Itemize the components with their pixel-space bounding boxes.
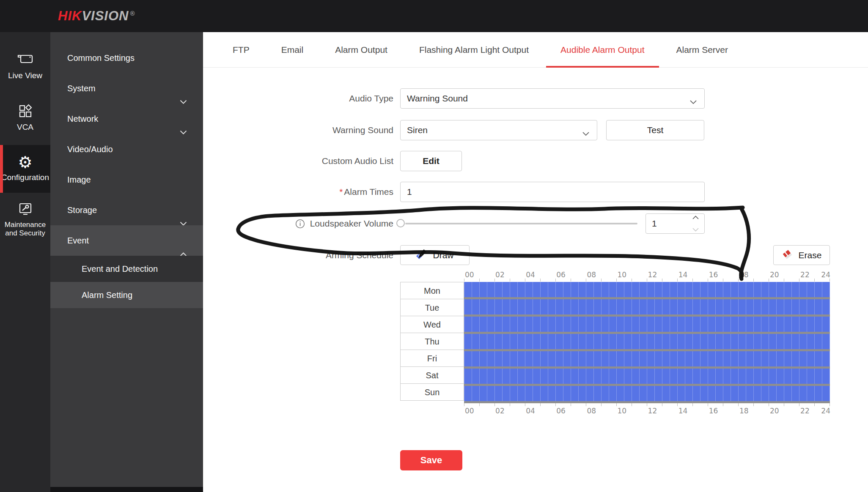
camera-icon bbox=[0, 52, 50, 68]
pen-icon bbox=[416, 248, 428, 262]
menu-item-storage[interactable]: Storage bbox=[50, 195, 203, 225]
arming-schedule-label: Arming Schedule bbox=[203, 245, 393, 265]
menu-item-video-audio[interactable]: Video/Audio bbox=[50, 134, 203, 164]
sidebar-label-vca: VCA bbox=[17, 123, 33, 131]
time-label: 22 bbox=[800, 407, 810, 415]
tab-bar: FTP Email Alarm Output Flashing Alarm Li… bbox=[203, 32, 868, 68]
day-label-wed[interactable]: Wed bbox=[400, 316, 464, 333]
primary-sidebar: Live View VCA ⚙ Configuration Maintenanc… bbox=[0, 32, 50, 492]
schedule-row-mon[interactable] bbox=[464, 282, 830, 299]
tab-audible-alarm-output[interactable]: Audible Alarm Output bbox=[560, 32, 644, 68]
armed-period-bar[interactable] bbox=[464, 369, 830, 384]
alarm-times-label-text: Alarm Times bbox=[344, 187, 393, 197]
volume-spinner-input[interactable] bbox=[646, 214, 686, 233]
tab-alarm-output[interactable]: Alarm Output bbox=[335, 32, 387, 68]
menu-item-network[interactable]: Network bbox=[50, 104, 203, 134]
time-label: 20 bbox=[770, 271, 779, 279]
armed-period-bar[interactable] bbox=[464, 386, 830, 401]
tab-email[interactable]: Email bbox=[281, 32, 304, 68]
draw-button-label: Draw bbox=[433, 250, 453, 260]
time-label: 12 bbox=[648, 407, 657, 415]
armed-period-bar[interactable] bbox=[464, 317, 830, 332]
chevron-down-icon bbox=[582, 128, 589, 138]
menu-label: Alarm Setting bbox=[82, 290, 132, 300]
volume-slider-handle[interactable] bbox=[396, 219, 405, 227]
warning-sound-label: Warning Sound bbox=[203, 120, 393, 140]
menu-item-common-settings[interactable]: Common Settings bbox=[50, 43, 203, 73]
alarm-times-input[interactable] bbox=[400, 182, 705, 202]
time-label: 00 bbox=[465, 407, 474, 415]
axis-ticks bbox=[464, 403, 830, 406]
alarm-times-label: *Alarm Times bbox=[203, 182, 393, 202]
sidebar-item-maintenance-security[interactable]: Maintenance and Security bbox=[0, 202, 50, 243]
config-menu: Common Settings System Network Video/Aud… bbox=[50, 32, 203, 492]
menu-item-event[interactable]: Event bbox=[50, 225, 203, 256]
spinner-up-icon[interactable] bbox=[692, 216, 699, 219]
edit-button[interactable]: Edit bbox=[400, 151, 462, 171]
schedule-row-sun[interactable] bbox=[464, 386, 830, 403]
schedule-grid[interactable] bbox=[464, 282, 830, 403]
time-label: 04 bbox=[526, 407, 535, 415]
time-label: 18 bbox=[739, 407, 749, 415]
day-label-mon[interactable]: Mon bbox=[400, 282, 464, 299]
sidebar-label-live-view: Live View bbox=[8, 71, 42, 80]
spinner-down-icon[interactable] bbox=[692, 228, 699, 232]
menu-item-alarm-setting[interactable]: Alarm Setting bbox=[50, 282, 203, 308]
erase-button-label: Erase bbox=[799, 250, 822, 260]
time-label: 14 bbox=[678, 271, 688, 279]
menu-label: Image bbox=[67, 175, 91, 184]
tab-alarm-server[interactable]: Alarm Server bbox=[676, 32, 728, 68]
schedule-row-wed[interactable] bbox=[464, 317, 830, 334]
page: HIKVISION® Live View VCA ⚙ Configuration… bbox=[0, 0, 868, 492]
armed-period-bar[interactable] bbox=[464, 334, 830, 349]
menu-label: Storage bbox=[67, 205, 97, 215]
required-asterisk: * bbox=[339, 187, 343, 197]
day-label-sat[interactable]: Sat bbox=[400, 366, 464, 384]
armed-period-bar[interactable] bbox=[464, 351, 830, 366]
logo-hik: HIK bbox=[58, 8, 82, 23]
armed-period-bar[interactable] bbox=[464, 299, 830, 314]
tab-ftp[interactable]: FTP bbox=[233, 32, 250, 68]
warning-sound-select[interactable]: Siren bbox=[400, 120, 597, 140]
audio-type-value: Warning Sound bbox=[407, 93, 468, 104]
sidebar-item-configuration[interactable]: ⚙ Configuration bbox=[0, 145, 50, 193]
time-label: 12 bbox=[648, 271, 657, 279]
day-label-tue[interactable]: Tue bbox=[400, 299, 464, 316]
tab-flashing-alarm-light-output[interactable]: Flashing Alarm Light Output bbox=[419, 32, 529, 68]
menu-item-system[interactable]: System bbox=[50, 73, 203, 104]
logo-vision: VISION bbox=[82, 8, 129, 23]
time-label: 08 bbox=[587, 407, 596, 415]
sidebar-item-live-view[interactable]: Live View bbox=[0, 52, 50, 84]
edit-button-label: Edit bbox=[423, 156, 439, 166]
audio-type-select[interactable]: Warning Sound bbox=[400, 88, 705, 109]
volume-slider-track[interactable] bbox=[405, 223, 637, 224]
erase-button[interactable]: Erase bbox=[773, 245, 830, 265]
menu-label: Network bbox=[67, 114, 98, 123]
eraser-icon bbox=[782, 248, 794, 262]
logo-registered-mark: ® bbox=[130, 10, 135, 17]
menu-item-event-and-detection[interactable]: Event and Detection bbox=[50, 256, 203, 282]
test-button[interactable]: Test bbox=[606, 120, 704, 140]
menu-item-image[interactable]: Image bbox=[50, 164, 203, 195]
schedule-row-sat[interactable] bbox=[464, 369, 830, 386]
schedule-row-fri[interactable] bbox=[464, 351, 830, 369]
time-label: 14 bbox=[678, 407, 688, 415]
schedule-bottom-axis: 00020406081012141618202224 bbox=[464, 403, 830, 414]
day-label-sun[interactable]: Sun bbox=[400, 383, 464, 401]
armed-period-bar[interactable] bbox=[464, 282, 830, 297]
sidebar-label-configuration: Configuration bbox=[1, 173, 49, 182]
time-label: 00 bbox=[465, 271, 474, 279]
day-label-fri[interactable]: Fri bbox=[400, 350, 464, 367]
draw-button[interactable]: Draw bbox=[400, 245, 470, 265]
schedule-day-column: MonTueWedThuFriSatSun bbox=[400, 282, 464, 401]
time-label: 08 bbox=[587, 271, 596, 279]
gear-icon: ⚙ bbox=[0, 154, 50, 170]
sidebar-label-maintenance-security: Maintenance and Security bbox=[5, 221, 46, 237]
time-label: 02 bbox=[495, 407, 505, 415]
sidebar-item-vca[interactable]: VCA bbox=[0, 104, 50, 135]
day-label-thu[interactable]: Thu bbox=[400, 333, 464, 350]
schedule-row-thu[interactable] bbox=[464, 334, 830, 351]
schedule-row-tue[interactable] bbox=[464, 299, 830, 317]
menu-label: Event bbox=[67, 236, 89, 245]
save-button[interactable]: Save bbox=[400, 450, 462, 470]
